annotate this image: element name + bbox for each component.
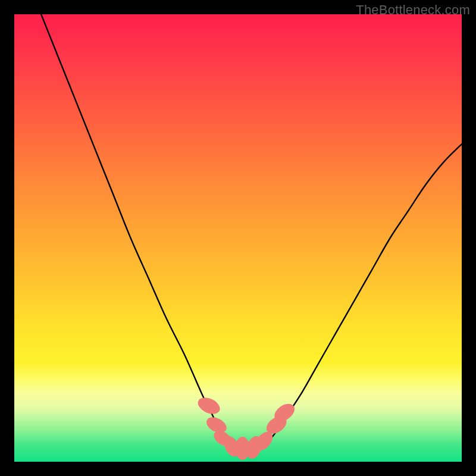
trough-beads-group bbox=[195, 394, 298, 461]
chart-frame: TheBottleneck.com bbox=[0, 0, 476, 476]
trough-bead bbox=[195, 394, 223, 417]
chart-svg bbox=[14, 14, 462, 462]
chart-plot-area bbox=[14, 14, 462, 462]
watermark-text: TheBottleneck.com bbox=[356, 2, 470, 18]
bottleneck-curve bbox=[41, 14, 462, 449]
